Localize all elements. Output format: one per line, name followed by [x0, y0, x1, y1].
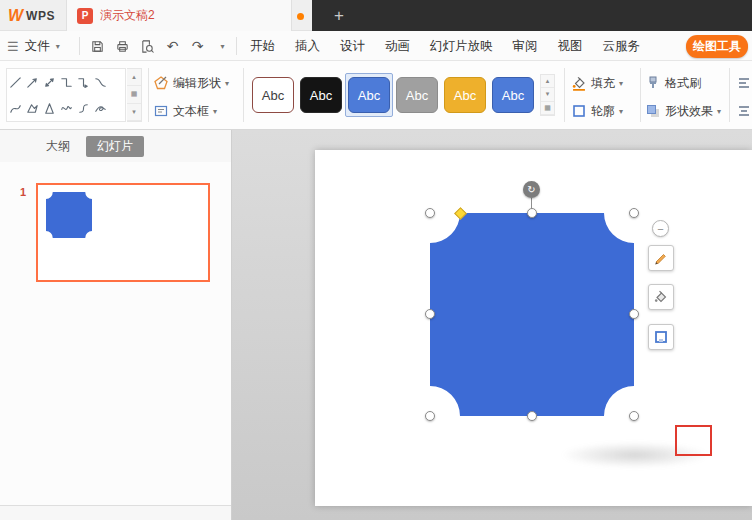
shape-style-swatch-selected[interactable]: Abc	[345, 73, 393, 117]
shape-style-swatch[interactable]: Abc	[489, 73, 537, 117]
redo-icon: ↷	[192, 39, 204, 53]
edit-shape-group: 编辑形状 ▾ 文本框 ▾	[153, 70, 229, 126]
shape-gallery-item[interactable]	[24, 69, 41, 95]
presentation-file-icon: P	[77, 8, 93, 24]
undo-button[interactable]: ↶	[160, 31, 185, 61]
elbow-arrow-connector-icon	[76, 75, 91, 90]
outline-tool-button[interactable]	[648, 324, 674, 350]
arrow-line-icon	[25, 75, 40, 90]
slide-number: 1	[20, 186, 26, 198]
shape-gallery-item[interactable]	[75, 69, 92, 95]
file-menu-label: 文件	[25, 38, 50, 55]
gallery-scroll-up-button[interactable]: ▴	[127, 69, 141, 86]
shape-gallery-item[interactable]	[41, 69, 58, 95]
edit-shape-button[interactable]: 编辑形状 ▾	[153, 70, 229, 96]
plus-icon: +	[334, 6, 344, 26]
resize-handle-bottom-right[interactable]	[629, 411, 639, 421]
ribbon-tab-bar: 开始 插入 设计 动画 幻灯片放映 审阅 视图 云服务	[240, 31, 650, 61]
document-tab[interactable]: P 演示文稿2	[66, 0, 292, 31]
paint-bucket-icon	[571, 75, 587, 91]
resize-handle-top-right[interactable]	[629, 208, 639, 218]
shape-style-swatch[interactable]: Abc	[393, 73, 441, 117]
shape-style-swatch[interactable]: Abc	[249, 73, 297, 117]
polygon-icon	[42, 101, 57, 116]
resize-handle-top-left[interactable]	[425, 208, 435, 218]
align-button[interactable]: 对齐	[736, 70, 752, 96]
line-icon	[8, 75, 23, 90]
tab-review[interactable]: 审阅	[503, 31, 548, 61]
gallery-more-button[interactable]: ▦	[127, 86, 141, 103]
tab-slides-view[interactable]: 幻灯片	[86, 136, 144, 157]
shape-style-swatch[interactable]: Abc	[441, 73, 489, 117]
shape-effects-label: 形状效果	[665, 103, 713, 120]
save-button[interactable]	[85, 31, 110, 61]
outline-square-icon	[571, 103, 587, 119]
format-painter-button[interactable]: 格式刷	[645, 70, 721, 96]
shape-style-label: Abc	[300, 77, 342, 113]
resize-handle-right[interactable]	[629, 309, 639, 319]
style-gallery-more-button[interactable]: ▦	[541, 102, 554, 115]
tab-design[interactable]: 设计	[330, 31, 375, 61]
shape-gallery-item[interactable]	[75, 95, 92, 121]
chevron-down-icon: ▾	[717, 107, 721, 116]
resize-handle-bottom-left[interactable]	[425, 411, 435, 421]
scribble-icon	[59, 101, 74, 116]
rotate-handle[interactable]: ↻	[523, 181, 540, 198]
outline-label: 轮廓	[591, 103, 615, 120]
shape-gallery-item[interactable]	[92, 69, 109, 95]
resize-handle-left[interactable]	[425, 309, 435, 319]
separator	[236, 37, 237, 55]
selected-plaque-shape[interactable]	[430, 213, 634, 416]
shape-style-label: Abc	[396, 77, 438, 113]
thumbnail-shape	[46, 192, 92, 238]
resize-handle-top[interactable]	[527, 208, 537, 218]
print-button[interactable]	[110, 31, 135, 61]
tab-view[interactable]: 视图	[548, 31, 593, 61]
text-box-button[interactable]: 文本框 ▾	[153, 98, 229, 124]
tab-insert[interactable]: 插入	[285, 31, 330, 61]
tab-cloud[interactable]: 云服务	[593, 31, 651, 61]
shape-gallery-item[interactable]	[92, 95, 109, 121]
fill-outline-group: 填充 ▾ 轮廓 ▾	[571, 70, 623, 126]
brush-tool-button[interactable]	[648, 245, 674, 271]
tab-drawing-tools[interactable]: 绘图工具	[686, 35, 748, 58]
new-tab-button[interactable]: +	[324, 0, 354, 31]
tab-outline-view[interactable]: 大纲	[40, 136, 76, 157]
print-preview-button[interactable]	[135, 31, 160, 61]
fill-button[interactable]: 填充 ▾	[571, 70, 623, 96]
shape-gallery-item[interactable]	[58, 95, 75, 121]
redo-button[interactable]: ↷	[185, 31, 210, 61]
separator	[729, 68, 730, 122]
document-tab-title: 演示文稿2	[100, 7, 155, 24]
shape-style-label: Abc	[492, 77, 534, 113]
align-button-2[interactable]: 对齐	[736, 98, 752, 124]
shape-style-gallery: Abc Abc Abc Abc Abc Abc	[249, 73, 537, 117]
shape-gallery-item[interactable]	[41, 95, 58, 121]
shape-effects-button[interactable]: 形状效果 ▾	[645, 98, 721, 124]
tab-animation[interactable]: 动画	[375, 31, 420, 61]
print-preview-icon	[140, 39, 155, 54]
shape-gallery	[6, 68, 126, 122]
tab-home[interactable]: 开始	[240, 31, 285, 61]
outline-button[interactable]: 轮廓 ▾	[571, 98, 623, 124]
wps-menu-button[interactable]: W WPS	[8, 0, 55, 31]
style-scroll-down-button[interactable]: ▾	[541, 88, 554, 101]
tab-slideshow[interactable]: 幻灯片放映	[420, 31, 503, 61]
style-scroll-up-button[interactable]: ▴	[541, 75, 554, 88]
shape-gallery-item[interactable]	[7, 69, 24, 95]
collapse-mini-toolbar-button[interactable]: −	[652, 220, 669, 237]
annotation-highlight-box	[675, 425, 712, 456]
text-box-icon	[153, 103, 169, 119]
shape-gallery-item[interactable]	[24, 95, 41, 121]
shape-gallery-item[interactable]	[7, 95, 24, 121]
fill-tool-button[interactable]	[648, 284, 674, 310]
format-painter-label: 格式刷	[665, 75, 701, 92]
file-menu[interactable]: ☰ 文件 ▾	[7, 31, 60, 61]
more-commands-button[interactable]: ▾	[210, 31, 235, 61]
resize-handle-bottom[interactable]	[527, 411, 537, 421]
shape-style-swatch[interactable]: Abc	[297, 73, 345, 117]
gallery-scroll-down-button[interactable]: ▾	[127, 104, 141, 121]
shape-gallery-item[interactable]	[58, 69, 75, 95]
slide-thumbnail[interactable]	[36, 183, 210, 282]
s-curve-icon	[76, 101, 91, 116]
